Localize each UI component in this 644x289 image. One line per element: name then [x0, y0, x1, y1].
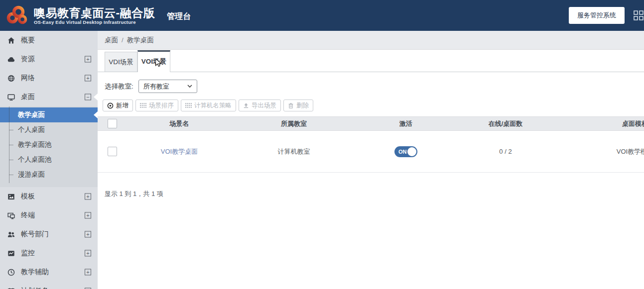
- delete-button[interactable]: 删除: [283, 99, 313, 111]
- scene-name-link[interactable]: VOI教学桌面: [161, 148, 198, 155]
- expand-icon[interactable]: +: [85, 75, 91, 82]
- subitem-label: 教学桌面: [18, 111, 45, 118]
- expand-icon[interactable]: +: [85, 231, 91, 238]
- tree-tick: [9, 145, 13, 145]
- sidebar-item-teaching-assist[interactable]: 教学辅助 +: [0, 263, 98, 282]
- sidebar-item-accounts[interactable]: 帐号部门 +: [0, 225, 98, 244]
- selected-wedge: [94, 111, 98, 118]
- subitem-label: 个人桌面池: [18, 156, 52, 163]
- subitem-label: 个人桌面: [18, 126, 45, 133]
- row-online-count: 0 / 2: [453, 131, 558, 173]
- expand-icon[interactable]: +: [85, 212, 91, 219]
- service-control-button[interactable]: 服务管控系统: [569, 7, 625, 24]
- delete-button-label: 删除: [296, 101, 309, 110]
- scene-table: 场景名 所属教室 激活 在线/桌面数 桌面模板 VOI教学桌面 计算机教室 ON: [98, 116, 644, 173]
- selected-wedge: [94, 94, 98, 100]
- row-checkbox[interactable]: [108, 147, 117, 156]
- classroom-filter: 选择教室: 所有教室: [105, 80, 644, 93]
- breadcrumb: 桌面 / 教学桌面: [98, 31, 644, 50]
- computer-name-policy-button[interactable]: 计算机名策略: [181, 99, 236, 111]
- col-classroom: 所属教室: [229, 117, 359, 131]
- breadcrumb-desktop[interactable]: 桌面: [105, 36, 118, 45]
- toggle-knob: [407, 147, 416, 156]
- os-easy-logo-icon: [6, 5, 29, 26]
- toolbar: 新增 场景排序 计算机名策略 导出场景: [103, 99, 644, 111]
- sidebar-subitem-personal-pool[interactable]: 个人桌面池: [0, 152, 98, 167]
- console-label: 管理台: [167, 11, 191, 22]
- sidebar-item-scheduled-tasks[interactable]: 计划任务 +: [0, 282, 98, 289]
- sidebar-item-label: 计划任务: [21, 287, 49, 289]
- breadcrumb-current: 教学桌面: [127, 36, 154, 45]
- add-button[interactable]: 新增: [103, 99, 133, 111]
- scene-sort-button[interactable]: 场景排序: [135, 99, 178, 111]
- sidebar-item-label: 模板: [21, 192, 35, 201]
- sidebar-subitem-personal-desktop[interactable]: 个人桌面: [0, 122, 98, 137]
- tree-tick: [9, 130, 13, 130]
- apps-grid-icon[interactable]: [634, 10, 644, 20]
- col-scene-name: 场景名: [129, 117, 229, 131]
- sidebar-item-template[interactable]: 模板 +: [0, 187, 98, 206]
- table-row: VOI教学桌面 计算机教室 ON 0 / 2 VOI教学模板: [98, 131, 644, 173]
- breadcrumb-separator: /: [122, 36, 124, 44]
- expand-icon[interactable]: +: [85, 269, 91, 276]
- tree-tick: [9, 175, 13, 175]
- pagination-summary: 显示 1 到 1，共 1 项: [105, 190, 644, 198]
- expand-icon[interactable]: +: [85, 193, 91, 200]
- sidebar-item-monitoring[interactable]: 监控 +: [0, 244, 98, 263]
- active-toggle[interactable]: ON: [394, 146, 417, 157]
- table-header-row: 场景名 所属教室 激活 在线/桌面数 桌面模板: [98, 117, 644, 131]
- sidebar-item-label: 教学辅助: [21, 268, 49, 277]
- tab-voi-scene[interactable]: VOI场景: [137, 50, 170, 72]
- export-scene-button[interactable]: 导出场景: [239, 99, 281, 111]
- col-desktop-template: 桌面模板: [558, 117, 644, 131]
- col-active: 激活: [359, 117, 453, 131]
- sidebar-item-overview[interactable]: 概要: [0, 31, 98, 50]
- sidebar-item-resources[interactable]: 资源 +: [0, 50, 98, 69]
- sidebar-item-desktop[interactable]: 桌面 −: [0, 88, 98, 106]
- template-icon: [7, 193, 15, 200]
- sidebar-subitem-roaming-desktop[interactable]: 漫游桌面: [0, 167, 98, 182]
- clock-icon: [7, 268, 15, 276]
- select-all-checkbox[interactable]: [108, 119, 117, 128]
- col-online-count: 在线/桌面数: [453, 117, 558, 131]
- sidebar-item-terminal[interactable]: 终端 +: [0, 206, 98, 225]
- collapse-icon[interactable]: −: [85, 94, 91, 100]
- classroom-filter-label: 选择教室:: [105, 82, 133, 91]
- sidebar-subitem-teaching-desktop[interactable]: 教学桌面: [0, 107, 98, 122]
- computer-name-policy-label: 计算机名策略: [194, 101, 232, 110]
- export-icon: [243, 102, 249, 108]
- export-scene-label: 导出场景: [252, 101, 276, 110]
- sidebar-item-label: 监控: [21, 249, 35, 258]
- delete-icon: [288, 102, 294, 109]
- sidebar-item-label: 终端: [21, 211, 35, 220]
- monitoring-icon: [7, 249, 15, 257]
- app-title: 噢易教育桌面云-融合版: [34, 6, 155, 19]
- app-subtitle: OS-Easy Edu Virtual Desktop Infrastructu…: [34, 19, 155, 25]
- classroom-select[interactable]: 所有教室: [138, 80, 197, 93]
- row-template: VOI教学模板: [558, 131, 644, 173]
- calendar-icon: [7, 287, 15, 289]
- toggle-on-label: ON: [398, 149, 407, 155]
- expand-icon[interactable]: +: [85, 250, 91, 257]
- cloud-icon: [7, 55, 15, 63]
- row-classroom: 计算机教室: [229, 131, 359, 173]
- tab-vdi-scene[interactable]: VDI场景: [105, 52, 137, 72]
- desktop-icon: [7, 93, 15, 101]
- add-icon: [107, 102, 114, 109]
- home-icon: [7, 36, 15, 44]
- sidebar-item-label: 资源: [21, 55, 35, 64]
- sidebar-subitem-teaching-pool[interactable]: 教学桌面池: [0, 137, 98, 152]
- sidebar-item-label: 帐号部门: [21, 230, 49, 239]
- sidebar-item-label: 概要: [21, 36, 35, 45]
- scene-table-wrap: 场景名 所属教室 激活 在线/桌面数 桌面模板 VOI教学桌面 计算机教室 ON: [98, 116, 644, 173]
- sidebar: 概要 资源 + 网络 + 桌面 −: [0, 31, 98, 289]
- grid-icon: [140, 103, 146, 108]
- sidebar-item-label: 桌面: [21, 93, 35, 101]
- sidebar-item-network[interactable]: 网络 +: [0, 69, 98, 88]
- desktop-submenu: 教学桌面 个人桌面 教学桌面池 个人桌面池 漫游桌面: [0, 106, 98, 187]
- grid-icon: [185, 103, 192, 108]
- expand-icon[interactable]: +: [85, 56, 91, 63]
- tree-tick: [9, 160, 13, 160]
- sidebar-item-label: 网络: [21, 74, 35, 83]
- classroom-select-value: 所有教室: [143, 82, 169, 91]
